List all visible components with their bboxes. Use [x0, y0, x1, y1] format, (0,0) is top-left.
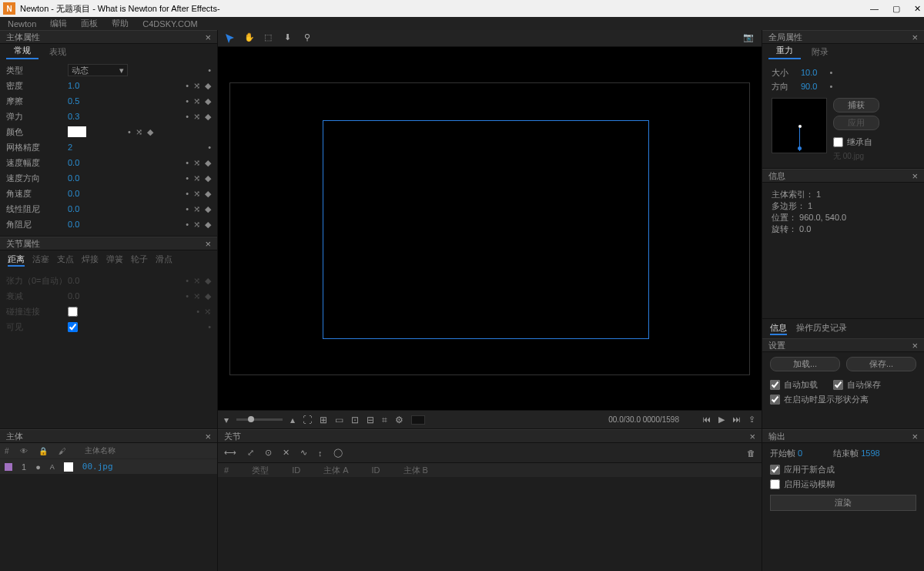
tab-appearance[interactable]: 表现 [42, 45, 74, 59]
close-panel-icon[interactable]: × [912, 340, 918, 351]
tab-extras[interactable]: 附录 [804, 45, 836, 59]
inherit-checkbox[interactable] [833, 137, 843, 147]
close-panel-icon[interactable]: × [912, 170, 918, 182]
joint-wheel-icon[interactable]: ↕ [318, 448, 323, 458]
start-frame-value[interactable]: 0 [798, 448, 802, 458]
maximize-button[interactable]: ▢ [892, 4, 900, 14]
gravity-tool-icon[interactable]: ⬇ [284, 32, 296, 45]
stopwatch-icon[interactable]: • [208, 65, 211, 75]
grid-icon[interactable]: ⊞ [320, 415, 327, 425]
viewport-toolbar: ✋ ⬚ ⬇ ⚲ 📷 [218, 30, 762, 47]
joint-spring-icon[interactable]: ∿ [300, 448, 307, 458]
joint-tab-blob[interactable]: 滑点 [156, 254, 172, 267]
marquee-tool-icon[interactable]: ⬚ [264, 32, 276, 45]
capture-button[interactable]: 捕获 [833, 98, 879, 113]
snap-icon[interactable]: ⌗ [382, 415, 387, 425]
close-panel-icon[interactable]: × [912, 431, 918, 442]
motionblur-checkbox[interactable] [770, 479, 780, 489]
joint-blob-icon[interactable]: ◯ [333, 448, 343, 458]
color-swatch[interactable] [68, 126, 86, 137]
joint-tab-piston[interactable]: 活塞 [32, 254, 49, 267]
camera-icon[interactable]: 📷 [743, 32, 755, 45]
paint-icon[interactable]: 🖌 [59, 447, 66, 455]
minimize-button[interactable]: — [870, 4, 879, 14]
prop-velocity-dir: 速度方向0.0•⤨◆ [6, 170, 211, 186]
tab-history[interactable]: 操作历史记录 [796, 322, 847, 335]
window-title-bar: N Newton - 无题项目 - What is Newton for Aft… [0, 0, 924, 17]
autoload-checkbox[interactable] [770, 380, 780, 390]
prop-linear-damp: 线性阻尼0.0•⤨◆ [6, 201, 211, 217]
gravity-direction-widget[interactable] [772, 98, 827, 153]
viewport[interactable] [218, 47, 762, 410]
gravity-dir-value[interactable]: 90.0 [801, 82, 817, 91]
apply-button: 应用 [833, 116, 879, 130]
newcomp-checkbox[interactable] [770, 465, 780, 475]
gravity-size-value[interactable]: 10.0 [801, 68, 817, 77]
joint-weld-icon[interactable]: ✕ [283, 448, 290, 458]
showshape-checkbox[interactable] [770, 395, 780, 405]
play-icon[interactable]: ▶ [718, 415, 725, 425]
menu-bar: Newton 编辑 面板 帮助 C4DSKY.COM [0, 17, 924, 30]
menu-link[interactable]: C4DSKY.COM [142, 19, 197, 29]
fit-icon[interactable]: ⛶ [303, 415, 312, 425]
guides-icon[interactable]: ⊟ [367, 415, 374, 425]
visible-icon[interactable]: ● [35, 462, 41, 472]
tab-info[interactable]: 信息 [770, 322, 787, 335]
joint-tab-spring[interactable]: 弹簧 [106, 254, 123, 267]
density-value[interactable]: 1.0 [68, 81, 128, 90]
joint-distance-icon[interactable]: ⟷ [224, 448, 236, 458]
selected-body-rect[interactable] [323, 120, 649, 339]
shuffle-icon[interactable]: ⤨ [193, 81, 200, 91]
autosave-checkbox[interactable] [833, 380, 843, 390]
trash-icon[interactable]: 🗑 [747, 448, 755, 458]
prop-color: 颜色•⤨◆ [6, 124, 211, 139]
close-panel-icon[interactable]: × [205, 431, 211, 442]
settings-title: 设置 × [762, 338, 924, 352]
load-button[interactable]: 加载... [770, 357, 840, 371]
close-panel-icon[interactable]: × [205, 32, 211, 43]
menu-panels[interactable]: 面板 [81, 18, 98, 29]
zoom-slider[interactable] [236, 418, 283, 421]
bg-swatch[interactable] [411, 415, 425, 425]
menu-edit[interactable]: 编辑 [50, 18, 67, 29]
tab-gravity[interactable]: 重力 [768, 43, 801, 59]
go-start-icon[interactable]: ⏮ [702, 415, 711, 425]
body-name: 00.jpg [82, 462, 113, 472]
menu-help[interactable]: 帮助 [112, 18, 129, 29]
tab-general[interactable]: 常规 [6, 43, 38, 59]
save-button[interactable]: 保存... [846, 357, 916, 371]
hand-tool-icon[interactable]: ✋ [244, 32, 256, 45]
eye-icon[interactable]: 👁 [20, 447, 28, 455]
close-button[interactable]: ✕ [914, 4, 921, 14]
zoom-out-icon[interactable]: ▾ [224, 415, 229, 425]
global-props-title: 全局属性 × [762, 30, 924, 44]
close-panel-icon[interactable]: × [749, 431, 755, 442]
lock-icon[interactable]: 🔒 [38, 447, 48, 455]
joint-tab-wheel[interactable]: 轮子 [131, 254, 148, 267]
close-panel-icon[interactable]: × [205, 238, 211, 250]
bounds-icon[interactable]: ▭ [335, 415, 343, 425]
joint-pivot-icon[interactable]: ⊙ [265, 448, 272, 458]
magnet-tool-icon[interactable]: ⚲ [304, 32, 316, 45]
close-panel-icon[interactable]: × [912, 32, 918, 43]
joint-tab-distance[interactable]: 距离 [8, 254, 25, 267]
body-swatch [64, 462, 73, 472]
body-color-label [5, 463, 12, 471]
keyframe-icon[interactable]: ◆ [205, 81, 211, 91]
body-list-row[interactable]: 1 ● A 00.jpg [0, 458, 217, 474]
prop-type: 类型 动态▾ • [6, 62, 211, 78]
joint-tab-pivot[interactable]: 支点 [57, 254, 74, 267]
export-icon[interactable]: ⇪ [748, 415, 755, 425]
gear-icon[interactable]: ⚙ [395, 415, 403, 425]
collision-checkbox [68, 307, 78, 317]
joint-tab-weld[interactable]: 焊接 [82, 254, 99, 267]
type-dropdown[interactable]: 动态▾ [68, 64, 128, 76]
joint-piston-icon[interactable]: ⤢ [247, 448, 254, 458]
zoom-in-icon[interactable]: ▴ [290, 415, 295, 425]
end-frame-value[interactable]: 1598 [861, 448, 879, 458]
safe-icon[interactable]: ⊡ [351, 415, 359, 425]
menu-newton[interactable]: Newton [8, 19, 36, 29]
selection-tool-icon[interactable] [224, 32, 236, 45]
step-icon[interactable]: ⏭ [732, 415, 741, 425]
render-button[interactable]: 渲染 [770, 495, 916, 511]
